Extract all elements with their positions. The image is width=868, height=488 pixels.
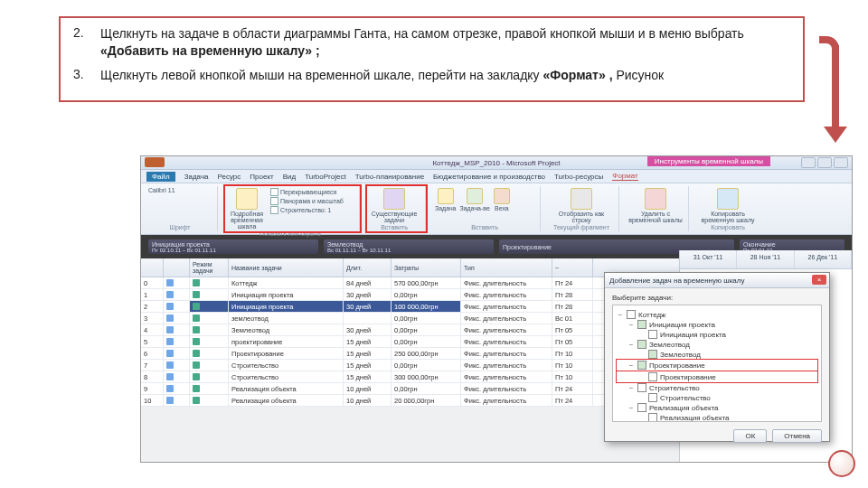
instruction-bold: «Добавить на временную шкалу» ; — [100, 43, 320, 58]
tree-item[interactable]: −Строительство — [617, 383, 817, 392]
gantt-timescale: 31 Окт '11 28 Ноя '11 26 Дек '11 — [680, 250, 852, 269]
ribbon-group-display[interactable]: Отобразить как строку Текущий фрагмент — [548, 186, 619, 231]
tree-item[interactable]: Строительство — [617, 393, 817, 402]
col-name[interactable]: Название задачи — [229, 258, 344, 277]
instruction-number: 3. — [73, 67, 100, 84]
instruction-plain: Рисунок — [613, 68, 665, 82]
ribbon: Calibri11 Шрифт Подробная временная шкал… — [141, 183, 852, 235]
checkbox-label[interactable]: Панорама и масштаб — [280, 198, 344, 204]
group-label: Вставить — [435, 224, 534, 230]
instruction-plain: Щелкнуть левой кнопкой мыши на временной… — [100, 68, 542, 82]
group-label: Текущий фрагмент — [550, 224, 613, 230]
tree-item[interactable]: Проектирование — [617, 371, 817, 382]
detailed-timeline-button[interactable]: Подробная временная шкала — [227, 187, 267, 230]
timeline-segment[interactable]: Инициация проектаПт 02.10.11 – Вс 01.11.… — [148, 239, 318, 254]
tree-item[interactable]: −Проектирование — [617, 360, 817, 371]
dialog-close-button[interactable]: × — [812, 275, 826, 285]
minimize-button[interactable] — [801, 157, 816, 168]
button-label: Отобразить как строку — [559, 211, 604, 223]
instruction-bold: «Формат» , — [542, 68, 612, 82]
button-label: Задача-ве — [460, 205, 490, 211]
tree-item[interactable]: Землеотвод — [617, 350, 817, 359]
group-label: Показать или скрыть — [227, 230, 354, 237]
window-buttons — [801, 157, 848, 168]
col-cost[interactable]: Затраты — [392, 258, 461, 277]
tab-resource[interactable]: Ресурс — [218, 173, 241, 181]
ribbon-group-copy[interactable]: Копировать временную шкалу Копировать — [696, 186, 763, 231]
tab-turbo-res[interactable]: Turbo-ресурсы — [554, 173, 603, 181]
button-label: Существующие задачи — [372, 211, 418, 223]
close-button[interactable] — [834, 157, 848, 168]
callout-arrow — [803, 36, 848, 145]
task-tree[interactable]: −Коттедж−Инициация проектаИнициация прое… — [612, 305, 822, 422]
tab-turbo[interactable]: TurboProject — [305, 173, 346, 181]
insert-callout-button[interactable]: Задача-ве — [460, 187, 490, 211]
project-icon — [145, 157, 165, 167]
maximize-button[interactable] — [817, 157, 832, 168]
page-badge — [828, 450, 855, 477]
button-label: Подробная временная шкала — [231, 211, 263, 230]
group-label: Шрифт — [148, 224, 212, 230]
group-label: Вставить — [369, 224, 420, 230]
ribbon-group-insert: Задача Задача-ве Веха Вставить — [433, 186, 541, 231]
insert-milestone-button[interactable]: Веха — [494, 187, 510, 211]
instruction-text: Щелкнуть левой кнопкой мыши на временной… — [100, 67, 664, 84]
tree-item[interactable]: −Инициация проекта — [617, 320, 817, 329]
ribbon-group-font: Calibri11 Шрифт — [146, 186, 218, 231]
tree-item[interactable]: −Коттедж — [617, 310, 817, 319]
add-tasks-dialog: Добавление задач на временную шкалу × Вы… — [604, 272, 830, 442]
tab-format[interactable]: Формат — [612, 172, 637, 181]
font-name[interactable]: Calibri — [148, 187, 166, 193]
tree-item[interactable]: Реализация объекта — [617, 413, 817, 422]
tab-project[interactable]: Проект — [250, 173, 273, 181]
col-start[interactable]: ~ — [552, 258, 593, 277]
ribbon-group-remove[interactable]: Удалить с временной шкалы — [627, 186, 689, 231]
ribbon-group-show: Подробная временная шкала Перекрывающиес… — [225, 186, 360, 231]
tab-turbo-plan[interactable]: Turbo-планирование — [355, 173, 424, 181]
instruction-number: 2. — [73, 25, 100, 60]
button-label: Задача — [435, 205, 457, 211]
tree-item[interactable]: −Землеотвод — [617, 340, 817, 349]
gantt-date: 26 Дек '11 — [795, 250, 852, 268]
cancel-button[interactable]: Отмена — [772, 429, 822, 443]
tab-file[interactable]: Файл — [146, 172, 175, 182]
ok-button[interactable]: ОК — [733, 429, 767, 443]
button-label: Копировать временную шкалу — [702, 211, 755, 223]
instruction-plain: Щелкнуть на задаче в области диаграммы Г… — [100, 26, 744, 41]
timeline-segment[interactable]: ЗемлеотводВс 01.11.11 – Вт 10.11.11 — [324, 239, 494, 254]
instruction-box: 2. Щелкнуть на задаче в области диаграмм… — [59, 16, 805, 102]
ribbon-tabs: Файл Задача Ресурс Проект Вид TurboProje… — [141, 170, 852, 183]
button-label: Веха — [495, 205, 509, 211]
tab-task[interactable]: Задача — [184, 173, 209, 181]
app-screenshot: Коттедж_MSP_2010 - Microsoft Project Инс… — [140, 155, 853, 463]
insert-task-button[interactable]: Задача — [435, 187, 457, 211]
col-duration[interactable]: Длит. — [344, 258, 392, 277]
checkbox-label[interactable]: Строительство: 1 — [280, 207, 332, 213]
dialog-label: Выберите задачи: — [612, 294, 822, 302]
group-label: Копировать — [698, 224, 758, 230]
window-title: Коттедж_MSP_2010 - Microsoft Project — [432, 159, 560, 167]
gantt-date: 28 Ноя '11 — [737, 250, 794, 268]
contextual-tab-label: Инструменты временной шкалы — [647, 156, 770, 166]
instruction-text: Щелкнуть на задаче в области диаграммы Г… — [100, 25, 790, 60]
gantt-date: 31 Окт '11 — [680, 250, 737, 268]
dialog-title-bar: Добавление задач на временную шкалу × — [605, 273, 829, 288]
col-mode[interactable]: Режим задачи — [190, 258, 229, 277]
font-size[interactable]: 11 — [168, 187, 175, 193]
button-label: Удалить с временной шкалы — [628, 211, 683, 223]
tree-item[interactable]: −Реализация объекта — [617, 403, 817, 412]
title-bar: Коттедж_MSP_2010 - Microsoft Project Инс… — [141, 156, 852, 170]
dialog-title: Добавление задач на временную шкалу — [609, 277, 744, 285]
tree-item[interactable]: Инициация проекта — [617, 330, 817, 339]
col-type[interactable]: Тип — [461, 258, 552, 277]
ribbon-group-existing[interactable]: Существующие задачи Вставить — [367, 186, 426, 231]
tab-view[interactable]: Вид — [283, 173, 296, 181]
tab-budget[interactable]: Бюджетирование и производство — [433, 173, 545, 181]
checkbox-label[interactable]: Перекрывающиеся — [280, 189, 336, 195]
